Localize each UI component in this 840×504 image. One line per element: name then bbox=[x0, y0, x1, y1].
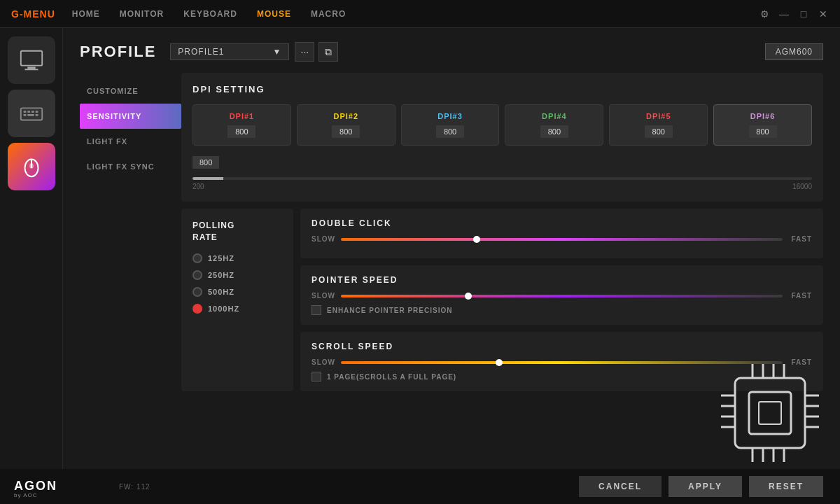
dpi-current-value: 800 bbox=[192, 156, 219, 169]
radio-1000hz-dot bbox=[192, 304, 202, 314]
svg-rect-10 bbox=[35, 114, 38, 116]
dpi-card-2[interactable]: DPI#2 800 bbox=[297, 104, 396, 146]
top-nav: G-MENU HOME MONITOR KEYBOARD MOUSE MACRO… bbox=[0, 0, 840, 28]
profile-header: PROFILE PROFILE1 ▼ ··· ⧉ AGM600 bbox=[80, 42, 823, 62]
profile-more-button[interactable]: ··· bbox=[295, 42, 314, 62]
nav-keyboard[interactable]: KEYBOARD bbox=[183, 9, 237, 19]
nav-sensitivity[interactable]: SENSITIVITY bbox=[80, 104, 181, 129]
double-click-panel: DOUBLE CLICK SLOW FAST bbox=[300, 209, 823, 258]
sidebar-monitor-icon[interactable] bbox=[8, 36, 55, 84]
nav-monitor[interactable]: MONITOR bbox=[120, 9, 164, 19]
dpi2-value: 800 bbox=[332, 125, 360, 138]
svg-point-13 bbox=[29, 163, 34, 169]
pointer-speed-fast-label: FAST bbox=[790, 292, 812, 300]
window-controls: ⚙ — □ ✕ bbox=[759, 8, 829, 20]
polling-1000hz[interactable]: 1000HZ bbox=[192, 304, 282, 314]
pointer-speed-panel: POINTER SPEED SLOW FAST ENHANCE POINT bbox=[300, 265, 823, 325]
svg-rect-4 bbox=[23, 111, 26, 113]
dpi5-value: 800 bbox=[645, 125, 673, 138]
svg-rect-9 bbox=[27, 114, 34, 116]
dpi-card-3[interactable]: DPI#3 800 bbox=[401, 104, 500, 146]
svg-rect-3 bbox=[20, 108, 41, 120]
nav-home[interactable]: HOME bbox=[72, 9, 100, 19]
pointer-speed-title: POINTER SPEED bbox=[312, 275, 812, 285]
svg-rect-7 bbox=[35, 111, 38, 113]
maximize-icon[interactable]: □ bbox=[798, 8, 809, 20]
radio-125hz-dot bbox=[192, 253, 202, 263]
nav-macro[interactable]: MACRO bbox=[311, 9, 346, 19]
nav-light-fx-sync[interactable]: LIGHT FX SYNC bbox=[80, 154, 181, 179]
svg-rect-6 bbox=[31, 111, 34, 113]
dpi-setting-panel: DPI SETTING DPI#1 800 DPI#2 800 DPI#3 80 bbox=[181, 73, 823, 202]
dpi-cards: DPI#1 800 DPI#2 800 DPI#3 800 DPI#4 bbox=[192, 104, 812, 146]
agon-sub-text: by AOC bbox=[14, 492, 57, 498]
polling-500hz-label: 500HZ bbox=[208, 288, 234, 296]
sidebar-mouse-icon[interactable] bbox=[8, 143, 55, 190]
dpi-slider-labels: 200 16000 bbox=[192, 183, 812, 190]
pointer-speed-slider-row: SLOW FAST bbox=[312, 292, 812, 300]
double-click-title: DOUBLE CLICK bbox=[312, 218, 812, 228]
polling-rate-title: POLLINGRATE bbox=[192, 220, 282, 244]
svg-rect-15 bbox=[749, 392, 791, 434]
model-badge: AGM600 bbox=[765, 43, 823, 60]
app-logo: G-MENU bbox=[11, 8, 55, 20]
dpi1-value: 800 bbox=[227, 125, 255, 138]
scroll-page-checkbox[interactable] bbox=[312, 372, 321, 382]
svg-rect-8 bbox=[23, 114, 26, 116]
minimize-icon[interactable]: — bbox=[778, 8, 790, 20]
profile-dropdown[interactable]: PROFILE1 ▼ bbox=[170, 43, 289, 60]
enhance-pointer-checkbox[interactable] bbox=[312, 305, 321, 315]
dpi4-value: 800 bbox=[540, 125, 568, 138]
reset-button[interactable]: RESET bbox=[749, 476, 823, 497]
nav-items: HOME MONITOR KEYBOARD MOUSE MACRO bbox=[72, 9, 759, 19]
svg-rect-14 bbox=[735, 378, 805, 448]
svg-rect-2 bbox=[24, 69, 38, 70]
dpi-card-6[interactable]: DPI#6 800 bbox=[713, 104, 812, 146]
sidebar-keyboard-icon[interactable] bbox=[8, 90, 55, 137]
double-click-slider-row: SLOW FAST bbox=[312, 235, 812, 243]
enhance-pointer-row[interactable]: ENHANCE POINTER PRECISION bbox=[312, 305, 812, 315]
dpi-title: DPI SETTING bbox=[192, 84, 812, 94]
dpi1-label: DPI#1 bbox=[199, 112, 285, 120]
dpi-card-4[interactable]: DPI#4 800 bbox=[505, 104, 603, 146]
dpi-card-5[interactable]: DPI#5 800 bbox=[609, 104, 708, 146]
dpi5-label: DPI#5 bbox=[615, 112, 701, 120]
dpi6-label: DPI#6 bbox=[720, 112, 806, 120]
nav-customize[interactable]: CUSTOMIZE bbox=[80, 78, 181, 104]
polling-1000hz-label: 1000HZ bbox=[208, 304, 239, 313]
dpi-card-1[interactable]: DPI#1 800 bbox=[192, 104, 291, 146]
svg-rect-5 bbox=[27, 111, 30, 113]
svg-rect-0 bbox=[20, 51, 41, 66]
pointer-speed-slow-label: SLOW bbox=[312, 292, 334, 300]
pointer-speed-slider[interactable] bbox=[341, 295, 783, 298]
polling-125hz-label: 125HZ bbox=[208, 254, 234, 262]
polling-250hz[interactable]: 250HZ bbox=[192, 270, 282, 280]
apply-button[interactable]: APPLY bbox=[668, 476, 742, 497]
dpi-max-label: 16000 bbox=[792, 183, 812, 190]
left-nav: CUSTOMIZE SENSITIVITY LIGHT FX LIGHT FX … bbox=[80, 73, 181, 391]
svg-rect-1 bbox=[27, 67, 35, 69]
polling-500hz[interactable]: 500HZ bbox=[192, 287, 282, 297]
double-click-slider[interactable] bbox=[341, 238, 783, 241]
double-click-slow-label: SLOW bbox=[312, 235, 334, 243]
dpi-slider[interactable] bbox=[192, 177, 812, 180]
settings-icon[interactable]: ⚙ bbox=[759, 8, 770, 20]
agon-logo-text: AGON bbox=[14, 479, 57, 492]
firmware-text: FW: 112 bbox=[119, 483, 150, 491]
polling-250hz-label: 250HZ bbox=[208, 271, 234, 279]
polling-125hz[interactable]: 125HZ bbox=[192, 253, 282, 263]
dpi6-value: 800 bbox=[749, 125, 777, 138]
profile-copy-button[interactable]: ⧉ bbox=[318, 42, 338, 62]
radio-500hz-dot bbox=[192, 287, 202, 297]
nav-mouse[interactable]: MOUSE bbox=[257, 9, 291, 19]
scroll-speed-slow-label: SLOW bbox=[312, 358, 334, 366]
icon-sidebar bbox=[0, 28, 63, 504]
cancel-button[interactable]: CANCEL bbox=[579, 476, 662, 497]
close-icon[interactable]: ✕ bbox=[818, 8, 829, 20]
profile-actions: ··· ⧉ bbox=[295, 42, 338, 62]
nav-light-fx[interactable]: LIGHT FX bbox=[80, 129, 181, 154]
scroll-speed-title: SCROLL SPEED bbox=[312, 342, 812, 351]
radio-250hz-dot bbox=[192, 270, 202, 280]
svg-rect-16 bbox=[759, 402, 781, 424]
footer: AGON by AOC FW: 112 CANCEL APPLY RESET bbox=[0, 469, 840, 504]
